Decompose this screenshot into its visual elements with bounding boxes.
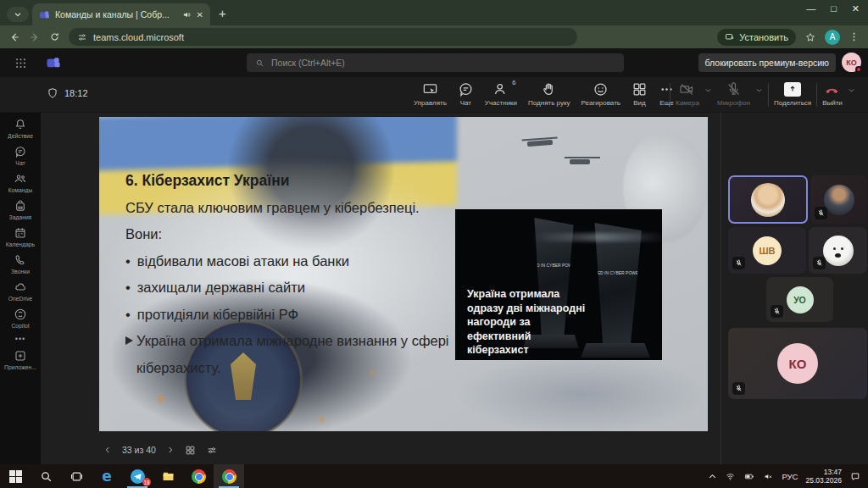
- bear-eye: [841, 247, 843, 250]
- tab-close-icon[interactable]: ✕: [197, 10, 203, 19]
- chrome-active-button[interactable]: [214, 464, 244, 488]
- calendar-icon: [14, 226, 27, 240]
- raise-hand-button[interactable]: Поднять руку: [528, 80, 570, 107]
- windows-taskbar: e 18 РУС 13:47 25.03.2026: [0, 464, 868, 488]
- slide-highlight: Україна отримала міжнародне визнання у с…: [125, 328, 481, 381]
- grid-view-button[interactable]: [185, 445, 196, 456]
- participant-tile[interactable]: [810, 175, 867, 224]
- assignments-icon: [14, 199, 27, 213]
- browser-menu-icon[interactable]: [849, 31, 860, 42]
- presence-dot: [855, 66, 862, 73]
- tab-search-button[interactable]: [7, 7, 29, 22]
- address-bar[interactable]: teams.cloud.microsoft: [69, 28, 577, 46]
- language-indicator[interactable]: РУС: [782, 472, 798, 481]
- timer-text: 18:12: [64, 88, 88, 98]
- bear-eye: [833, 247, 836, 250]
- battery-icon[interactable]: [743, 472, 755, 481]
- chrome-button[interactable]: [183, 464, 214, 488]
- teams-logo: [46, 55, 61, 70]
- view-button[interactable]: Вид: [632, 80, 648, 107]
- participant-tile-speaker[interactable]: [728, 175, 808, 224]
- user-avatar[interactable]: КО: [842, 53, 861, 72]
- waffle-icon[interactable]: [14, 57, 27, 69]
- new-tab-button[interactable]: +: [219, 6, 226, 20]
- tray-expand-icon[interactable]: [708, 472, 717, 481]
- bookmark-star-icon[interactable]: [804, 31, 816, 43]
- prev-slide-button[interactable]: [103, 446, 112, 454]
- taskbar-search-button[interactable]: [31, 464, 61, 488]
- slide-text-block: 6. Кіберзахист України СБУ стала ключови…: [125, 168, 481, 381]
- task-view-button[interactable]: [61, 464, 92, 488]
- search-input[interactable]: Поиск (Ctrl+Alt+E): [247, 53, 624, 72]
- shared-slide: 6. Кіберзахист України СБУ стала ключови…: [99, 117, 708, 431]
- edge-button[interactable]: e: [92, 464, 122, 488]
- window-minimize-button[interactable]: —: [806, 3, 815, 14]
- sidebar-item-copilot[interactable]: Copilot: [11, 308, 29, 329]
- sidebar-item-more[interactable]: •••: [15, 335, 25, 343]
- shield-icon: [47, 87, 58, 99]
- manage-button[interactable]: Управлять: [414, 80, 447, 107]
- slide-heading: 6. Кіберзахист України: [125, 168, 481, 195]
- sidebar-item-teams[interactable]: Команды: [8, 172, 33, 193]
- sidebar-item-calendar[interactable]: Календарь: [6, 226, 35, 247]
- forward-icon[interactable]: [29, 31, 41, 43]
- reload-icon[interactable]: [49, 31, 60, 42]
- notification-badge: 18: [142, 478, 151, 486]
- participant-tile[interactable]: [809, 227, 867, 274]
- sidebar-item-apps[interactable]: Приложен...: [4, 349, 36, 370]
- spark-art: [159, 396, 164, 402]
- browser-tab[interactable]: Команды и каналы | Собр... ✕: [32, 3, 210, 25]
- sidebar-label: OneDrive: [8, 296, 33, 302]
- volume-muted-icon[interactable]: [763, 472, 774, 481]
- camera-button[interactable]: Камера: [676, 80, 699, 107]
- sidebar-item-calls[interactable]: Звонки: [11, 253, 30, 274]
- participant-tile[interactable]: УО: [766, 277, 833, 322]
- wifi-icon[interactable]: [725, 472, 736, 481]
- slide-settings-button[interactable]: [206, 445, 218, 456]
- tab-title: Команды и каналы | Собр...: [55, 9, 177, 19]
- premium-banner[interactable]: блокировать премиум-версию: [698, 53, 836, 72]
- avatar-initials: КО: [846, 58, 857, 67]
- share-button[interactable]: Поделиться: [774, 80, 811, 107]
- sidebar-item-chat[interactable]: Чат: [14, 145, 27, 166]
- site-info-icon[interactable]: [77, 32, 87, 42]
- leave-button[interactable]: Выйти: [822, 80, 843, 107]
- meeting-stage: 6. Кіберзахист України СБУ стала ключови…: [41, 113, 721, 464]
- mic-chevron-icon[interactable]: [755, 86, 763, 94]
- sidebar-item-onedrive[interactable]: OneDrive: [8, 280, 33, 302]
- telegram-button[interactable]: 18: [122, 464, 153, 488]
- sidebar-item-activity[interactable]: Действие: [8, 118, 33, 139]
- participant-tile[interactable]: ШВ: [728, 227, 806, 274]
- trophy-engraving: UNITED IN CYBER POWER: [579, 270, 650, 275]
- window-maximize-button[interactable]: □: [831, 3, 837, 14]
- browser-tab-strip: Команды и каналы | Собр... ✕ + — □ ✕: [0, 0, 868, 25]
- participant-tile-self[interactable]: КО: [728, 328, 867, 399]
- browser-profile-avatar[interactable]: A: [825, 30, 840, 45]
- sidebar-item-assignments[interactable]: Задания: [9, 199, 32, 220]
- start-button[interactable]: [0, 464, 31, 488]
- window-close-button[interactable]: ✕: [852, 3, 860, 14]
- install-label: Установить: [739, 32, 788, 42]
- install-icon: [725, 32, 735, 42]
- file-explorer-button[interactable]: [153, 464, 183, 488]
- install-app-button[interactable]: Установить: [717, 29, 796, 46]
- apps-icon: [14, 349, 27, 363]
- mic-muted-icon: [732, 382, 745, 395]
- taskbar-clock[interactable]: 13:47 25.03.2026: [805, 468, 842, 485]
- back-icon[interactable]: [8, 31, 20, 43]
- participants-panel: ШВ УО КО: [721, 113, 868, 464]
- sidebar-label: Copilot: [11, 323, 29, 329]
- mic-button[interactable]: Микрофон: [717, 80, 750, 107]
- react-button[interactable]: Реагировать: [581, 80, 620, 107]
- tab-audio-icon[interactable]: [182, 10, 192, 19]
- action-center-icon[interactable]: [849, 471, 861, 482]
- slide-line: Вони:: [125, 221, 481, 248]
- button-label: Поделиться: [774, 99, 811, 107]
- leave-chevron-icon[interactable]: [848, 86, 855, 94]
- participants-button[interactable]: 6 Участники: [485, 80, 517, 107]
- chat-button[interactable]: Чат: [458, 80, 474, 107]
- slide-line: СБУ стала ключовим гравцем у кібербезпец…: [125, 195, 481, 222]
- next-slide-button[interactable]: [166, 446, 175, 454]
- url-text: teams.cloud.microsoft: [93, 32, 184, 42]
- camera-chevron-icon[interactable]: [704, 86, 712, 94]
